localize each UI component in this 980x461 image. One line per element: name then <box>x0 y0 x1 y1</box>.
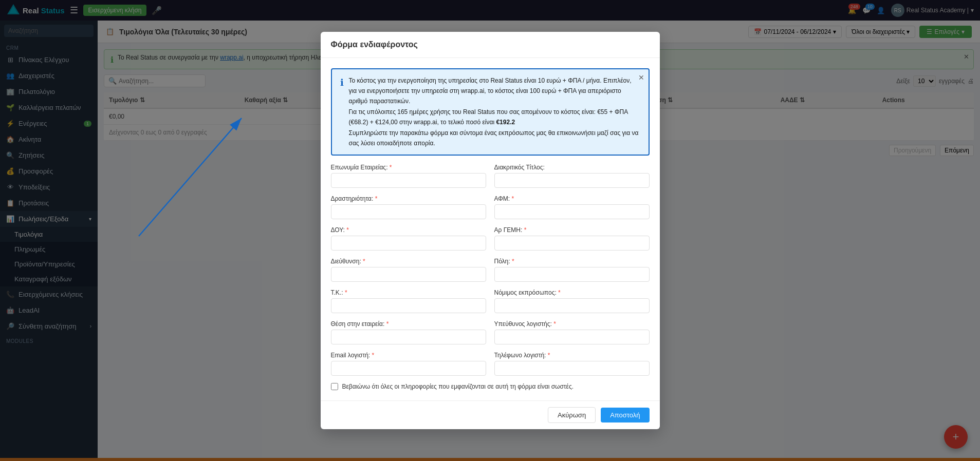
modal-info-close-button[interactable]: ✕ <box>638 73 644 82</box>
position-label: Θέση στην εταιρεία: * <box>331 320 486 328</box>
required-star9: * <box>558 289 561 296</box>
modal-info-text: Το κόστος για την ενεργοποίηση της υπηρε… <box>349 75 640 149</box>
city-input[interactable] <box>494 267 650 282</box>
submit-button[interactable]: Αποστολή <box>601 408 649 422</box>
required-star2: * <box>375 195 378 202</box>
required-star10: * <box>386 320 389 328</box>
doy-input[interactable] <box>331 236 486 251</box>
required-star12: * <box>372 352 375 359</box>
cancel-button[interactable]: Ακύρωση <box>548 407 596 423</box>
legal-rep-input[interactable] <box>494 298 650 313</box>
form-group-afm: ΑΦΜ: * <box>494 195 650 219</box>
form-row-4: Διεύθυνση: * Πόλη: * <box>331 258 650 282</box>
form-group-accountant-phone: Τηλέφωνο λογιστή: * <box>494 352 650 376</box>
tk-input[interactable] <box>331 298 486 313</box>
modal-info-icon: ℹ <box>340 75 344 90</box>
confirm-checkbox[interactable] <box>331 383 338 390</box>
accountant-email-label: Email λογιστή: * <box>331 352 486 359</box>
form-group-accountant-email: Email λογιστή: * <box>331 352 486 376</box>
company-name-label: Επωνυμία Εταιρείας: * <box>331 164 486 171</box>
required-star8: * <box>345 289 347 296</box>
form-row-7: Email λογιστή: * Τηλέφωνο λογιστή: * <box>331 352 650 376</box>
position-input[interactable] <box>331 330 486 344</box>
address-input[interactable] <box>331 267 486 282</box>
confirm-checkbox-row: Βεβαιώνω ότι όλες οι πληροφορίες που εμφ… <box>331 383 650 390</box>
required-star13: * <box>548 352 550 359</box>
modal-body: ℹ Το κόστος για την ενεργοποίηση της υπη… <box>321 58 660 401</box>
distinctive-title-label: Διακριτικός Τίτλος: <box>494 164 650 171</box>
form-row-1: Επωνυμία Εταιρείας: * Διακριτικός Τίτλος… <box>331 164 650 188</box>
activity-input[interactable] <box>331 204 486 219</box>
form-group-address: Διεύθυνση: * <box>331 258 486 282</box>
confirm-checkbox-label[interactable]: Βεβαιώνω ότι όλες οι πληροφορίες που εμφ… <box>342 383 574 390</box>
distinctive-title-input[interactable] <box>494 173 650 188</box>
modal-dialog: Φόρμα ενδιαφέροντος ℹ Το κόστος για την … <box>321 32 660 430</box>
form-group-doy: ΔΟΥ: * <box>331 226 486 251</box>
required-star6: * <box>363 258 365 265</box>
afm-label: ΑΦΜ: * <box>494 195 650 202</box>
required-star: * <box>390 164 392 171</box>
form-group-company-name: Επωνυμία Εταιρείας: * <box>331 164 486 188</box>
accountant-responsible-label: Υπεύθυνος λογιστής: * <box>494 320 650 328</box>
tk-label: Τ.Κ.: * <box>331 289 486 296</box>
accountant-responsible-input[interactable] <box>494 330 650 344</box>
required-star5: * <box>524 226 527 234</box>
modal-footer: Ακύρωση Αποστολή <box>321 400 660 429</box>
modal-info-box: ℹ Το κόστος για την ενεργοποίηση της υπη… <box>331 68 650 156</box>
form-group-position: Θέση στην εταιρεία: * <box>331 320 486 344</box>
modal-header: Φόρμα ενδιαφέροντος <box>321 32 660 58</box>
accountant-phone-label: Τηλέφωνο λογιστή: * <box>494 352 650 359</box>
form-group-ar-gemh: Αρ ΓΕΜΗ: * <box>494 226 650 251</box>
doy-label: ΔΟΥ: * <box>331 226 486 234</box>
ar-gemh-label: Αρ ΓΕΜΗ: * <box>494 226 650 234</box>
company-name-input[interactable] <box>331 173 486 188</box>
legal-rep-label: Νόμιμος εκπρόσωπος: * <box>494 289 650 296</box>
ar-gemh-input[interactable] <box>494 236 650 251</box>
form-group-legal-rep: Νόμιμος εκπρόσωπος: * <box>494 289 650 313</box>
form-row-2: Δραστηριότητα: * ΑΦΜ: * <box>331 195 650 219</box>
form-group-tk: Τ.Κ.: * <box>331 289 486 313</box>
form-group-accountant-responsible: Υπεύθυνος λογιστής: * <box>494 320 650 344</box>
required-star7: * <box>512 258 514 265</box>
accountant-email-input[interactable] <box>331 361 486 376</box>
required-star3: * <box>511 195 514 202</box>
activity-label: Δραστηριότητα: * <box>331 195 486 202</box>
afm-input[interactable] <box>494 204 650 219</box>
form-group-distinctive-title: Διακριτικός Τίτλος: <box>494 164 650 188</box>
required-star4: * <box>346 226 349 234</box>
address-label: Διεύθυνση: * <box>331 258 486 265</box>
modal-title: Φόρμα ενδιαφέροντος <box>331 40 418 49</box>
form-row-5: Τ.Κ.: * Νόμιμος εκπρόσωπος: * <box>331 289 650 313</box>
form-group-activity: Δραστηριότητα: * <box>331 195 486 219</box>
form-group-city: Πόλη: * <box>494 258 650 282</box>
form-row-6: Θέση στην εταιρεία: * Υπεύθυνος λογιστής… <box>331 320 650 344</box>
required-star11: * <box>553 320 556 328</box>
form-row-3: ΔΟΥ: * Αρ ΓΕΜΗ: * <box>331 226 650 251</box>
modal-overlay[interactable]: Φόρμα ενδιαφέροντος ℹ Το κόστος για την … <box>0 0 980 461</box>
accountant-phone-input[interactable] <box>494 361 650 376</box>
city-label: Πόλη: * <box>494 258 650 265</box>
